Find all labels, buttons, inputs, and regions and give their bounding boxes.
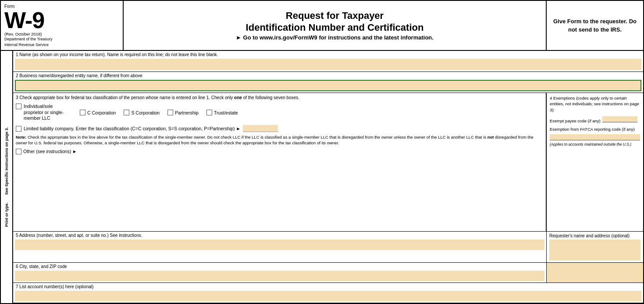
note-text: Note: Check the appropriate box in the l… bbox=[16, 134, 543, 146]
scorp-label: S Corporation bbox=[131, 110, 160, 115]
other-label: Other (see instructions) ► bbox=[23, 149, 77, 154]
form-rev: (Rev. October 2018) bbox=[4, 32, 119, 36]
exempt-payee-input[interactable] bbox=[602, 116, 637, 122]
field7-input[interactable] bbox=[15, 291, 641, 301]
field2-label: 2 Business name/disregarded entity name,… bbox=[13, 72, 643, 79]
field2-input[interactable] bbox=[15, 80, 641, 91]
header-right: Give Form to the requester. Do not send … bbox=[547, 1, 643, 50]
field1-input[interactable] bbox=[15, 59, 641, 70]
form-number: W-9 bbox=[4, 9, 44, 32]
exempt-payee-row: Exempt payee code (if any) bbox=[550, 116, 640, 124]
field6-input[interactable] bbox=[15, 271, 544, 281]
city-requester-input[interactable] bbox=[547, 263, 643, 283]
checkbox-scorp[interactable] bbox=[124, 110, 129, 115]
requester-section: Requester's name and address (optional) bbox=[547, 232, 643, 262]
give-form-text: Give Form to the requester. Do not send … bbox=[551, 17, 639, 34]
section4-title: 4 Exemptions (codes apply only to certai… bbox=[550, 95, 640, 113]
form-fields: 1 Name (as shown on your income tax retu… bbox=[13, 51, 643, 303]
checkbox-individual[interactable] bbox=[16, 104, 21, 109]
trust-label: Trust/estate bbox=[214, 110, 238, 115]
checkbox-llc[interactable] bbox=[16, 126, 21, 132]
requester-input[interactable] bbox=[549, 240, 640, 261]
field5-label: 5 Address (number, street, and apt. or s… bbox=[13, 232, 546, 239]
form-body: Print or type. See Specific Instructions… bbox=[1, 51, 643, 303]
form-irs-link: ► Go to www.irs.gov/FormW9 for instructi… bbox=[236, 34, 434, 41]
fatca-note: (Applies to accounts maintained outside … bbox=[550, 142, 640, 147]
field2-row: 2 Business name/disregarded entity name,… bbox=[13, 72, 643, 93]
address-left: 5 Address (number, street, and apt. or s… bbox=[13, 232, 547, 262]
header-left: Form W-9 (Rev. October 2018) Department … bbox=[1, 1, 124, 50]
checkbox-ccorp-group: C Corporation bbox=[80, 110, 116, 115]
city-section: 6 City, state, and ZIP code bbox=[13, 263, 643, 283]
city-left: 6 City, state, and ZIP code bbox=[13, 263, 547, 283]
w9-form: Form W-9 (Rev. October 2018) Department … bbox=[0, 0, 644, 304]
form-dept: Department of the Treasury Internal Reve… bbox=[4, 36, 119, 47]
address-section: 5 Address (number, street, and apt. or s… bbox=[13, 232, 643, 263]
checkbox-individual-group: Individual/sole proprietor or single-mem… bbox=[16, 104, 72, 122]
form-title: Request for Taxpayer Identification Numb… bbox=[246, 10, 424, 33]
checkbox-other[interactable] bbox=[16, 149, 21, 154]
field7-label: 7 List account number(s) here (optional) bbox=[13, 283, 643, 290]
section4: 4 Exemptions (codes apply only to certai… bbox=[547, 93, 643, 231]
side-label-container: Print or type. See Specific Instructions… bbox=[1, 51, 13, 303]
side-label-text: Print or type. See Specific Instructions… bbox=[4, 127, 9, 227]
llc-row: Limited liability company. Enter the tax… bbox=[16, 125, 543, 132]
field5-input[interactable] bbox=[15, 240, 544, 250]
section34: 3 Check appropriate box for federal tax … bbox=[13, 93, 643, 232]
checkbox-partnership[interactable] bbox=[167, 110, 173, 115]
individual-label: Individual/sole proprietor or single-mem… bbox=[24, 104, 72, 122]
field1-label: 1 Name (as shown on your income tax retu… bbox=[13, 51, 643, 58]
llc-label: Limited liability company. Enter the tax… bbox=[24, 126, 241, 131]
checkbox-partnership-group: Partnership bbox=[167, 110, 199, 115]
form-header: Form W-9 (Rev. October 2018) Department … bbox=[1, 1, 643, 51]
requester-label: Requester's name and address (optional) bbox=[549, 233, 640, 238]
checkbox-trust-group: Trust/estate bbox=[206, 110, 238, 115]
section3-title: 3 Check appropriate box for federal tax … bbox=[16, 95, 543, 101]
llc-classification-input[interactable] bbox=[243, 125, 278, 132]
fatca-label: Exemption from FATCA reporting code (if … bbox=[550, 126, 640, 132]
checkbox-trust[interactable] bbox=[206, 110, 212, 115]
field1-row: 1 Name (as shown on your income tax retu… bbox=[13, 51, 643, 72]
ccorp-label: C Corporation bbox=[87, 110, 116, 115]
account-section: 7 List account number(s) here (optional) bbox=[13, 283, 643, 303]
header-center: Request for Taxpayer Identification Numb… bbox=[124, 1, 547, 50]
section3: 3 Check appropriate box for federal tax … bbox=[13, 93, 547, 231]
fatca-input[interactable] bbox=[550, 134, 640, 140]
partnership-label: Partnership bbox=[175, 110, 199, 115]
field6-label: 6 City, state, and ZIP code bbox=[13, 263, 546, 270]
other-row: Other (see instructions) ► bbox=[16, 149, 543, 154]
checkbox-scorp-group: S Corporation bbox=[124, 110, 160, 115]
checkbox-ccorp[interactable] bbox=[80, 110, 85, 115]
exempt-payee-label: Exempt payee code (if any) bbox=[550, 118, 601, 124]
checkboxes-row1: Individual/sole proprietor or single-mem… bbox=[16, 104, 543, 122]
